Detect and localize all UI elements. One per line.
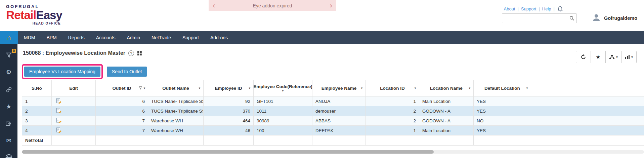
nav-item-admin[interactable]: Admin xyxy=(121,31,146,44)
notifications-bell-icon[interactable] xyxy=(558,6,563,11)
global-search xyxy=(502,13,577,23)
link-separator xyxy=(518,6,519,11)
column-menu-icon[interactable]: ▼ xyxy=(360,87,363,90)
logo-tagline: HEAD OFFICE xyxy=(6,22,62,25)
dashboard-grid-icon[interactable] xyxy=(137,51,142,56)
filter-icon[interactable]: 0 xyxy=(5,51,12,59)
page-title: 150068 : Employeewise Location Master xyxy=(23,50,125,56)
edit-row-icon[interactable] xyxy=(56,108,61,113)
sitemap-icon xyxy=(609,55,615,60)
col-header-employee-name[interactable]: Employee Name▼ xyxy=(312,80,366,96)
table-row[interactable]: 3 7 Warehouse WH 464 90989 ABBAS 2 GODOW… xyxy=(22,116,644,126)
mail-icon[interactable]: ✉ xyxy=(5,137,12,145)
column-menu-icon[interactable]: ▼ xyxy=(282,89,284,92)
hierarchy-view-button[interactable]: ▾ xyxy=(605,51,621,63)
nav-item-accounts[interactable]: Accounts xyxy=(90,31,121,44)
edit-row-icon[interactable] xyxy=(56,127,61,133)
col-header-employee-id[interactable]: Employee ID▼ xyxy=(204,80,254,96)
logo-product: RetailEasy xyxy=(6,9,62,22)
col-header-employee-code[interactable]: Employee Code(Reference)▼ xyxy=(254,80,312,96)
favorite-star-button[interactable]: ★ xyxy=(591,51,606,63)
horizontal-scrollbar-track[interactable] xyxy=(22,150,644,154)
home-nav-button[interactable]: ⌂ xyxy=(0,31,18,44)
main-navbar: ⌂ MDM BPM Reports Accounts Admin NetTrad… xyxy=(0,31,644,44)
table-row[interactable]: 4 7 Warehouse WH 46 100 DEEPAK 1 Main Lo… xyxy=(22,126,644,135)
top-header: GOFRUGAL RetailEasy HEAD OFFICE ‹ Eye ad… xyxy=(0,0,644,31)
col-header-location-id[interactable]: Location ID▼ xyxy=(366,80,419,96)
notification-banner: ‹ Eye addon expired › xyxy=(209,0,336,11)
username-label: Gofrugaldemo xyxy=(604,15,637,21)
column-menu-icon[interactable]: ▼ xyxy=(143,87,146,90)
send-to-outlet-button[interactable]: Send to Outlet xyxy=(107,67,147,77)
grid-toolbar: ★ ▾ ▾ xyxy=(576,51,637,63)
column-menu-icon[interactable]: ▼ xyxy=(414,87,417,90)
header-row: S.No Edit Outlet ID ▼ Outlet Name▼ Emplo… xyxy=(22,80,644,96)
table-row[interactable]: 2 6 TUCS Nane- Triplicane SSD 370 1011 d… xyxy=(22,106,644,116)
chevron-down-icon: ▾ xyxy=(616,55,618,59)
user-menu[interactable]: Gofrugaldemo xyxy=(592,13,637,24)
banner-prev-icon[interactable]: ‹ xyxy=(213,2,215,9)
col-header-filler xyxy=(531,80,644,96)
link-separator xyxy=(554,6,555,11)
table-row[interactable]: 1 6 TUCS Nane- Triplicane SSD 92 GFT101 … xyxy=(22,96,644,106)
column-filter-icon xyxy=(139,86,142,90)
link-help[interactable]: Help xyxy=(542,6,551,11)
bar-chart-icon xyxy=(625,55,630,59)
avatar-icon xyxy=(592,13,601,24)
star-icon[interactable]: ★ xyxy=(5,103,12,110)
chevron-down-icon: ▾ xyxy=(631,55,633,59)
nav-item-addons[interactable]: Add-ons xyxy=(205,31,233,44)
nav-item-mdm[interactable]: MDM xyxy=(18,31,41,44)
app-logo: GOFRUGAL RetailEasy HEAD OFFICE xyxy=(6,4,62,25)
nav-item-support[interactable]: Support xyxy=(177,31,205,44)
net-total-row: NetTotal xyxy=(22,135,644,146)
home-icon: ⌂ xyxy=(7,34,11,41)
highlight-annotation: Employee Vs Location Mapping xyxy=(22,64,103,79)
nav-item-bpm[interactable]: BPM xyxy=(41,31,62,44)
horizontal-scrollbar-thumb[interactable] xyxy=(22,150,434,154)
left-sidebar: 0 ⚙ ★ ✉ xyxy=(0,44,17,158)
banner-message: Eye addon expired xyxy=(215,3,330,8)
col-header-outlet-name[interactable]: Outlet Name▼ xyxy=(148,80,204,96)
net-total-label: NetTotal xyxy=(22,135,52,146)
link-about[interactable]: About xyxy=(504,6,515,11)
column-menu-icon[interactable]: ▼ xyxy=(468,87,471,90)
help-icon[interactable]: ? xyxy=(128,50,134,56)
link-support[interactable]: Support xyxy=(521,6,536,11)
col-header-default-location[interactable]: Default Location▼ xyxy=(474,80,531,96)
nav-item-reports[interactable]: Reports xyxy=(62,31,90,44)
column-menu-icon[interactable]: ▼ xyxy=(526,87,528,90)
page-content: 150068 : Employeewise Location Master ? … xyxy=(17,44,644,158)
filter-badge: 0 xyxy=(12,49,16,53)
link-separator xyxy=(539,6,540,11)
star-icon: ★ xyxy=(596,54,600,60)
settings-gear-icon[interactable]: ⚙ xyxy=(5,69,12,76)
data-grid: S.No Edit Outlet ID ▼ Outlet Name▼ Emplo… xyxy=(22,80,644,146)
col-header-location-name[interactable]: Location Name▼ xyxy=(419,80,474,96)
share-icon[interactable] xyxy=(5,120,12,127)
refresh-button[interactable] xyxy=(576,51,591,63)
column-menu-icon[interactable]: ▼ xyxy=(198,87,201,90)
search-icon[interactable] xyxy=(567,16,577,21)
globe-icon[interactable] xyxy=(5,154,12,158)
column-menu-icon[interactable]: ▼ xyxy=(248,87,251,90)
col-header-edit: Edit xyxy=(52,80,96,96)
col-header-sno: S.No xyxy=(22,80,52,96)
nav-item-nettrade[interactable]: NetTrade xyxy=(146,31,177,44)
edit-row-icon[interactable] xyxy=(56,98,61,104)
top-links: About Support Help xyxy=(504,6,563,11)
chart-view-button[interactable]: ▾ xyxy=(621,51,637,63)
link-icon[interactable] xyxy=(5,86,12,93)
banner-next-icon[interactable]: › xyxy=(330,2,332,9)
col-header-outlet-id[interactable]: Outlet ID ▼ xyxy=(96,80,148,96)
employee-vs-location-mapping-button[interactable]: Employee Vs Location Mapping xyxy=(24,67,100,77)
edit-row-icon[interactable] xyxy=(56,118,61,123)
search-input[interactable] xyxy=(502,14,567,23)
